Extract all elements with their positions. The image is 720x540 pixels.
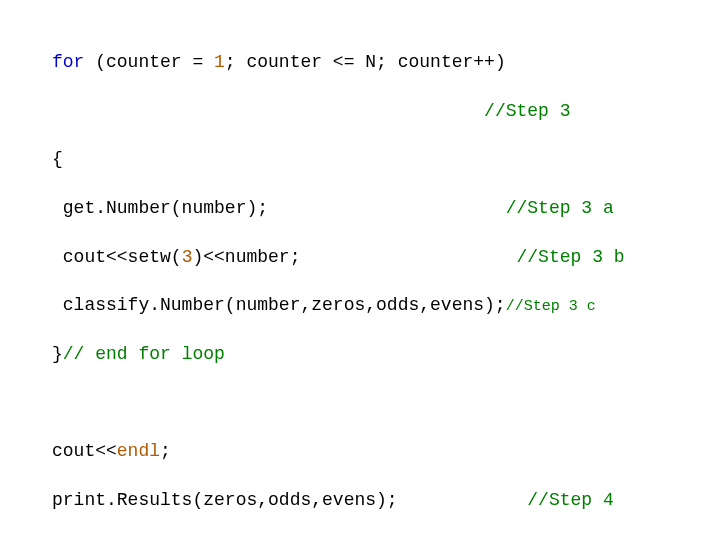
literal-one: 1 [214, 52, 225, 72]
code-line-5: cout<<setw(3)<<number; //Step 3 b [52, 245, 720, 269]
code-text: print.Results(zeros,odds,evens); [52, 490, 398, 510]
code-text: )<<number; [192, 247, 300, 267]
code-line-6: classify.Number(number,zeros,odds,evens)… [52, 293, 720, 317]
comment-endfor: // end for loop [63, 344, 225, 364]
literal-endl: endl [117, 441, 160, 461]
code-line-8: cout<<endl; [52, 439, 720, 463]
code-line-9: print.Results(zeros,odds,evens); //Step … [52, 488, 720, 512]
comment-step4: //Step 4 [527, 490, 613, 510]
literal-three: 3 [182, 247, 193, 267]
code-text: classify.Number(number,zeros,odds,evens)… [52, 295, 506, 315]
code-text: cout<< [52, 441, 117, 461]
code-line-4: get.Number(number); //Step 3 a [52, 196, 720, 220]
code-text: ; [160, 441, 171, 461]
brace-close: } [52, 344, 63, 364]
brace-open: { [52, 149, 63, 169]
code-text: get.Number(number); [52, 198, 268, 218]
code-text: ; counter <= N; counter++) [225, 52, 506, 72]
comment-step3: //Step 3 [484, 101, 570, 121]
code-line-10: return 0; [52, 536, 720, 540]
comment-step3b: //Step 3 b [517, 247, 625, 267]
code-snippet: for (counter = 1; counter <= N; counter+… [0, 0, 720, 540]
keyword-for: for [52, 52, 84, 72]
code-text: cout<<setw( [52, 247, 182, 267]
blank-line [52, 390, 720, 414]
code-line-3: { [52, 147, 720, 171]
code-line-7: }// end for loop [52, 342, 720, 366]
code-line-2: //Step 3 [52, 99, 720, 123]
comment-step3c: //Step 3 c [506, 298, 596, 315]
code-line-1: for (counter = 1; counter <= N; counter+… [52, 50, 720, 74]
code-text: (counter = [84, 52, 214, 72]
comment-step3a: //Step 3 a [506, 198, 614, 218]
